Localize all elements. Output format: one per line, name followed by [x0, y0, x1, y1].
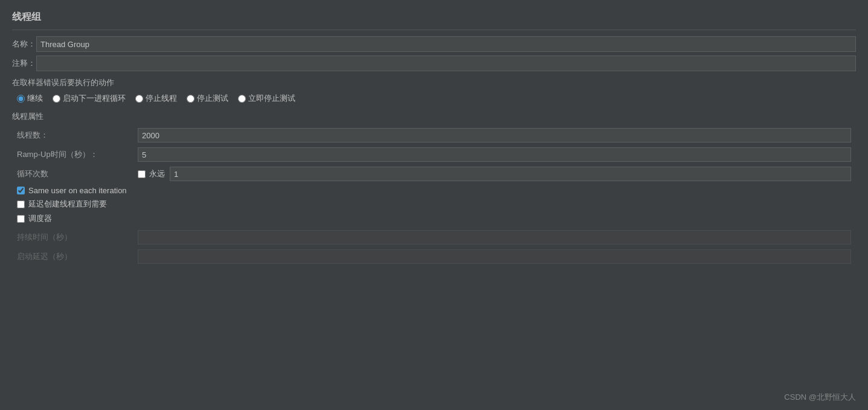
loop-count-row: 循环次数 永远 [12, 165, 856, 182]
same-user-checkbox[interactable] [17, 187, 25, 194]
scheduler-row[interactable]: 调度器 [17, 213, 851, 224]
ramp-up-label: Ramp-Up时间（秒）： [17, 149, 138, 160]
duration-input[interactable] [138, 230, 851, 245]
page-title: 线程组 [12, 6, 856, 30]
scheduler-label: 调度器 [28, 213, 52, 224]
name-label: 名称： [12, 39, 36, 50]
loop-count-input[interactable] [170, 167, 851, 181]
scheduler-section: 持续时间（秒） 启动延迟（秒） [12, 229, 856, 265]
startup-delay-row: 启动延迟（秒） [12, 248, 856, 265]
radio-next-loop[interactable]: 启动下一进程循环 [53, 93, 126, 104]
name-row: 名称： [12, 36, 856, 52]
comment-label: 注释： [12, 58, 36, 69]
duration-label: 持续时间（秒） [17, 232, 138, 243]
delay-create-checkbox[interactable] [17, 200, 25, 208]
ramp-up-input[interactable] [138, 147, 851, 162]
comment-row: 注释： [12, 56, 856, 71]
comment-input[interactable] [36, 56, 856, 71]
thread-count-label: 线程数： [17, 130, 138, 141]
watermark: CSDN @北野恒大人 [784, 392, 856, 403]
forever-label: 永远 [149, 168, 165, 179]
duration-row: 持续时间（秒） [12, 229, 856, 246]
loop-count-label: 循环次数 [17, 168, 138, 179]
thread-properties-title: 线程属性 [12, 111, 856, 122]
thread-count-row: 线程数： [12, 127, 856, 144]
scheduler-checkbox[interactable] [17, 215, 25, 223]
action-section-title: 在取样器错误后要执行的动作 [12, 77, 856, 88]
startup-delay-input[interactable] [138, 249, 851, 264]
action-section: 在取样器错误后要执行的动作 继续 启动下一进程循环 停止线程 停止测试 立即停止… [12, 77, 856, 104]
radio-stop-now[interactable]: 立即停止测试 [238, 93, 295, 104]
same-user-row[interactable]: Same user on each iteration [17, 186, 851, 195]
delay-create-row[interactable]: 延迟创建线程直到需要 [17, 199, 851, 210]
startup-delay-label: 启动延迟（秒） [17, 251, 138, 262]
forever-checkbox-area[interactable]: 永远 [138, 168, 165, 179]
thread-properties-section: 线程属性 线程数： Ramp-Up时间（秒）： 循环次数 永远 Same use… [12, 111, 856, 265]
radio-stop-test[interactable]: 停止测试 [187, 93, 228, 104]
same-user-label: Same user on each iteration [28, 186, 127, 195]
ramp-up-row: Ramp-Up时间（秒）： [12, 146, 856, 163]
radio-stop-thread[interactable]: 停止线程 [135, 93, 177, 104]
thread-count-input[interactable] [138, 128, 851, 143]
page-container: 线程组 名称： 注释： 在取样器错误后要执行的动作 继续 启动下一进程循环 停止… [0, 0, 868, 410]
action-radio-group: 继续 启动下一进程循环 停止线程 停止测试 立即停止测试 [17, 93, 856, 104]
name-input[interactable] [36, 36, 856, 52]
forever-checkbox[interactable] [138, 170, 146, 178]
radio-continue[interactable]: 继续 [17, 93, 43, 104]
delay-create-label: 延迟创建线程直到需要 [28, 199, 107, 210]
